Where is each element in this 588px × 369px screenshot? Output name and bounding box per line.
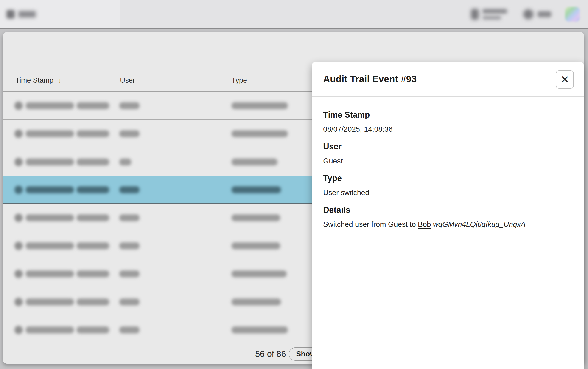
type-blurred (232, 159, 277, 165)
audit-event-detail-panel: Audit Trail Event #93 ✕ Time Stamp 08/07… (312, 62, 584, 369)
user-text-line (482, 9, 507, 14)
timestamp-blurred (26, 130, 74, 137)
details-token: wqGMvn4LQj6gfkug_UnqxA (433, 220, 526, 228)
timestamp-blurred (26, 327, 74, 333)
type-blurred (232, 102, 288, 109)
timestamp-blurred (26, 186, 74, 193)
details-text: Switched user from Guest to (323, 220, 418, 228)
timestamp-value: 08/07/2025, 14:08:36 (323, 125, 572, 133)
column-label: Type (232, 76, 247, 84)
top-bar (0, 0, 588, 30)
user-blurred (119, 327, 139, 333)
row-type-icon (14, 214, 23, 222)
timestamp-blurred (26, 242, 74, 249)
timestamp-label: Time Stamp (323, 110, 572, 120)
user-name-blurred (482, 9, 507, 20)
user-blurred (119, 214, 139, 221)
menu-label-blurred (18, 11, 36, 18)
type-blurred (232, 270, 287, 277)
timestamp-blurred (77, 242, 109, 249)
timestamp-blurred (77, 102, 109, 109)
timestamp-blurred (77, 130, 109, 137)
close-button[interactable]: ✕ (556, 70, 574, 89)
row-type-icon (14, 326, 23, 334)
sort-descending-icon[interactable]: ↓ (58, 76, 62, 84)
timestamp-blurred (77, 159, 109, 165)
type-blurred (232, 130, 288, 137)
column-label: Time Stamp (15, 76, 53, 84)
topbar-right-controls (471, 0, 580, 29)
type-blurred (232, 186, 281, 193)
user-blurred (119, 298, 139, 305)
user-value: Guest (323, 156, 572, 165)
timestamp-blurred (26, 102, 74, 109)
timestamp-blurred (26, 159, 74, 165)
type-blurred (232, 242, 280, 249)
type-blurred (232, 327, 288, 333)
timestamp-blurred (77, 327, 109, 333)
panel-header: Audit Trail Event #93 ✕ (312, 62, 584, 97)
row-type-icon (14, 186, 23, 194)
user-label: User (323, 142, 572, 151)
user-blurred (119, 186, 139, 193)
hamburger-menu-icon (6, 10, 15, 19)
user-text-line (482, 16, 501, 20)
row-type-icon (14, 158, 23, 166)
timestamp-blurred (26, 214, 74, 221)
panel-title: Audit Trail Event #93 (323, 74, 417, 84)
column-header-type[interactable]: Type (232, 76, 247, 84)
type-blurred (232, 214, 280, 221)
details-value: Switched user from Guest to Bob wqGMvn4L… (323, 220, 572, 229)
type-value: User switched (323, 188, 572, 197)
column-label: User (120, 76, 135, 84)
row-type-icon (14, 130, 23, 138)
column-header-timestamp[interactable]: Time Stamp ↓ (15, 76, 62, 84)
row-type-icon (14, 242, 23, 250)
row-type-icon (14, 270, 23, 278)
details-label: Details (323, 205, 572, 215)
user-blurred (119, 159, 131, 165)
user-link[interactable]: Bob (418, 220, 431, 228)
globe-icon (523, 9, 533, 19)
menu-button[interactable] (6, 0, 36, 29)
page-background: Time Stamp ↓ User Type 56 of 86 Show Aud… (0, 30, 588, 369)
user-blurred (119, 130, 139, 137)
language-selector[interactable] (523, 9, 551, 19)
timestamp-blurred (77, 298, 109, 305)
timestamp-blurred (77, 270, 109, 277)
column-header-user[interactable]: User (120, 76, 135, 84)
timestamp-blurred (77, 186, 109, 193)
timestamp-blurred (26, 298, 74, 305)
user-blurred (119, 102, 139, 109)
close-icon: ✕ (560, 74, 569, 85)
timestamp-blurred (26, 270, 74, 277)
person-icon (471, 9, 479, 20)
panel-body: Time Stamp 08/07/2025, 14:08:36 User Gue… (312, 97, 584, 229)
avatar[interactable] (565, 7, 580, 21)
user-blurred (119, 270, 139, 277)
user-blurred (119, 242, 139, 249)
row-type-icon (14, 102, 23, 110)
user-menu[interactable] (471, 0, 507, 29)
language-label-blurred (538, 11, 551, 17)
timestamp-blurred (77, 214, 109, 221)
type-blurred (232, 298, 281, 305)
row-type-icon (14, 298, 23, 306)
row-count-text: 56 of 86 (255, 349, 286, 359)
type-label: Type (323, 174, 572, 183)
